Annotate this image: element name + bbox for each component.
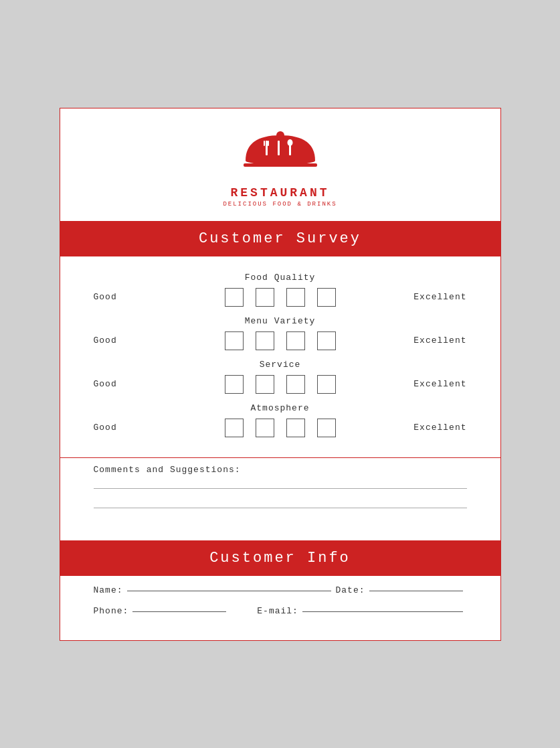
checkbox-1-3[interactable] [317, 331, 336, 350]
comment-line-2 [94, 508, 467, 508]
svg-rect-2 [266, 141, 268, 155]
rating-group-1: Menu VarietyGoodExcellent [94, 316, 467, 350]
checkbox-2-1[interactable] [256, 375, 274, 394]
svg-rect-6 [289, 145, 291, 155]
survey-ratings: Food QualityGoodExcellentMenu VarietyGoo… [60, 256, 500, 458]
checkbox-3-3[interactable] [317, 419, 336, 437]
checkbox-0-1[interactable] [256, 288, 274, 307]
checkbox-0-0[interactable] [225, 288, 244, 307]
comment-line-1 [94, 488, 467, 489]
svg-point-1 [276, 131, 284, 139]
checkbox-3-0[interactable] [225, 419, 244, 437]
checkbox-2-0[interactable] [225, 375, 244, 394]
rating-left-1: Good [94, 335, 147, 346]
restaurant-logo [240, 129, 320, 182]
checkbox-3-2[interactable] [286, 419, 305, 437]
checkbox-2-3[interactable] [317, 375, 336, 394]
name-row: Name: Date: [94, 585, 467, 595]
logo-section: RESTAURANT DELICIOUS FOOD & DRINKS [60, 108, 500, 221]
phone-label: Phone: [94, 606, 129, 616]
name-line [127, 591, 332, 591]
svg-rect-3 [264, 141, 265, 146]
rating-left-2: Good [94, 379, 147, 389]
email-line [302, 611, 463, 612]
rating-row-1: GoodExcellent [94, 331, 467, 350]
svg-point-7 [287, 139, 292, 146]
rating-group-0: Food QualityGoodExcellent [94, 273, 467, 307]
phone-line [132, 611, 226, 612]
rating-label-1: Menu Variety [94, 316, 467, 326]
restaurant-name: RESTAURANT [230, 186, 329, 200]
rating-label-0: Food Quality [94, 273, 467, 283]
rating-group-2: ServiceGoodExcellent [94, 360, 467, 394]
rating-right-2: Excellent [413, 379, 467, 389]
checkbox-3-1[interactable] [256, 419, 274, 437]
rating-checkboxes-1 [147, 331, 413, 350]
svg-rect-8 [244, 163, 317, 167]
survey-banner: Customer Survey [60, 221, 500, 256]
info-banner: Customer Info [60, 540, 500, 576]
rating-left-0: Good [94, 292, 147, 302]
rating-checkboxes-3 [147, 419, 413, 437]
checkbox-0-2[interactable] [286, 288, 305, 307]
comments-label: Comments and Suggestions: [94, 465, 467, 475]
date-label: Date: [335, 585, 365, 595]
rating-row-3: GoodExcellent [94, 419, 467, 437]
survey-form: RESTAURANT DELICIOUS FOOD & DRINKS Custo… [60, 108, 501, 641]
checkbox-1-0[interactable] [225, 331, 244, 350]
restaurant-tagline: DELICIOUS FOOD & DRINKS [223, 201, 337, 208]
checkbox-2-2[interactable] [286, 375, 305, 394]
email-label: E-mail: [257, 606, 298, 616]
rating-label-3: Atmosphere [94, 403, 467, 413]
checkbox-1-1[interactable] [256, 331, 274, 350]
rating-right-1: Excellent [413, 335, 467, 346]
date-line [369, 591, 463, 591]
rating-row-0: GoodExcellent [94, 288, 467, 307]
checkbox-0-3[interactable] [317, 288, 336, 307]
comments-section: Comments and Suggestions: [60, 458, 500, 540]
info-section: Name: Date: Phone: E-mail: [60, 576, 500, 640]
rating-right-0: Excellent [413, 292, 467, 302]
rating-checkboxes-0 [147, 288, 413, 307]
phone-row: Phone: E-mail: [94, 606, 467, 616]
rating-group-3: AtmosphereGoodExcellent [94, 403, 467, 437]
name-label: Name: [94, 585, 123, 595]
svg-rect-4 [268, 141, 269, 146]
rating-left-3: Good [94, 423, 147, 433]
rating-checkboxes-2 [147, 375, 413, 394]
checkbox-1-2[interactable] [286, 331, 305, 350]
svg-rect-5 [278, 141, 280, 155]
rating-label-2: Service [94, 360, 467, 370]
rating-row-2: GoodExcellent [94, 375, 467, 394]
rating-right-3: Excellent [413, 423, 467, 433]
